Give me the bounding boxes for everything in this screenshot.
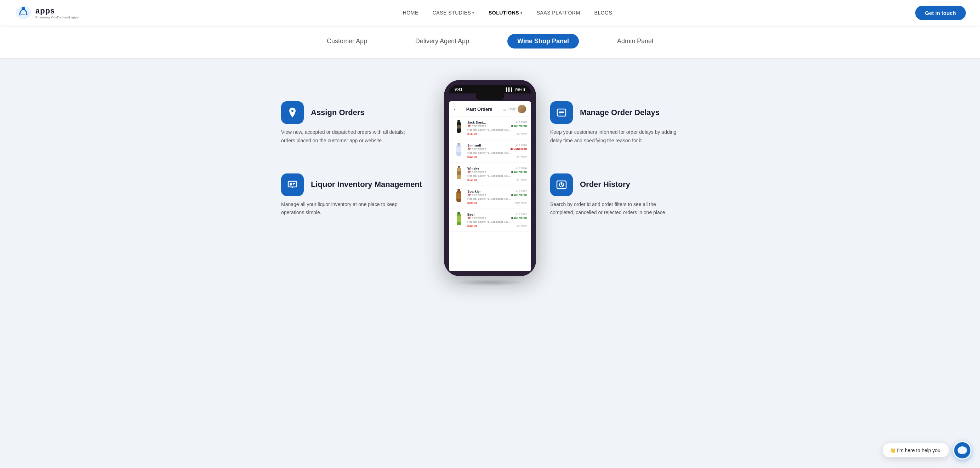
liquor-inventory-icon-box bbox=[281, 174, 304, 196]
svg-rect-10 bbox=[457, 125, 461, 129]
features-left: Assign Orders View new, accepted or disp… bbox=[281, 80, 430, 217]
phone-status-icons: ▌▌▌ WiFi ▮ bbox=[506, 88, 525, 91]
logo-name: apps bbox=[35, 6, 79, 16]
svg-rect-14 bbox=[458, 166, 460, 168]
tab-customer-app[interactable]: Customer App bbox=[317, 34, 377, 48]
screen-header: ‹ Past Orders ☰ Filter bbox=[449, 101, 531, 116]
status-dot bbox=[511, 194, 513, 196]
order-name: Whisky bbox=[467, 166, 479, 170]
order-status: Delivered bbox=[511, 170, 527, 174]
order-history-icon-box bbox=[550, 174, 573, 196]
calendar-icon: 📅 bbox=[467, 148, 471, 151]
order-details: Beer #L12347 📅 08/05/2023 bbox=[467, 212, 527, 228]
order-id: #L12346 bbox=[516, 167, 527, 170]
calendar-icon: 📅 bbox=[467, 125, 471, 128]
location-pin-icon bbox=[287, 107, 298, 118]
tab-delivery-agent-app[interactable]: Delivery Agent App bbox=[406, 34, 479, 48]
svg-rect-20 bbox=[457, 212, 460, 214]
phone-shadow bbox=[455, 279, 525, 286]
order-item: Whisky #L12346 📅 08/05/2023 bbox=[449, 162, 531, 186]
svg-rect-16 bbox=[457, 171, 461, 175]
order-image bbox=[453, 188, 465, 205]
order-pickup: Pick Up: Sector 75, Sahibzada Ajit ... bbox=[467, 220, 527, 223]
features-right: Manage Order Delays Keep your customers … bbox=[550, 80, 699, 217]
status-dot bbox=[511, 217, 513, 219]
dynamic-island bbox=[476, 92, 504, 100]
nav-saas-platform[interactable]: SAAS PLATFORM bbox=[537, 10, 580, 16]
wifi-icon: WiFi bbox=[515, 88, 522, 91]
back-arrow-icon[interactable]: ‹ bbox=[454, 106, 456, 112]
order-pickup: Pick Up: Sector 75, Sahibzada Ajit ... bbox=[467, 151, 527, 154]
order-item: Jack Dani... #L12345 📅 07/05/2023 bbox=[449, 116, 531, 140]
order-details: Smirnoff #L12349 📅 07/05/2023 bbox=[467, 143, 527, 159]
svg-rect-8 bbox=[457, 120, 460, 122]
feature-order-history: Order History Search by order id and ord… bbox=[550, 174, 699, 217]
clock-card-icon bbox=[556, 179, 567, 191]
order-list: Jack Dani... #L12345 📅 07/05/2023 bbox=[449, 116, 531, 231]
signal-icon: ▌▌▌ bbox=[506, 88, 513, 91]
order-history-desc: Search by order id and order filters to … bbox=[550, 201, 678, 217]
calendar-icon: 📅 bbox=[467, 216, 471, 220]
order-item: Beer #L12347 📅 08/05/2023 bbox=[449, 209, 531, 231]
order-name: Jack Dani... bbox=[467, 120, 486, 124]
order-price: $12.00 bbox=[467, 178, 477, 181]
status-dot bbox=[511, 171, 513, 173]
status-dot bbox=[511, 148, 513, 150]
order-id: #L12345 bbox=[516, 121, 527, 124]
nav-links: HOME CASE STUDIES ▾ SOLUTIONS ▾ SAAS PLA… bbox=[100, 10, 915, 16]
order-price: $20.00 bbox=[467, 201, 477, 205]
battery-icon: ▮ bbox=[523, 88, 525, 91]
order-date: 📅 08/05/2023 bbox=[467, 194, 486, 197]
liquor-inventory-desc: Manage all your liquor inventory at one … bbox=[281, 201, 409, 217]
phone-screen: ‹ Past Orders ☰ Filter bbox=[449, 101, 531, 271]
feature-liquor-inventory: Liquor Inventory Management Manage all y… bbox=[281, 174, 430, 217]
order-history-title: Order History bbox=[580, 180, 630, 189]
status-dot bbox=[511, 125, 513, 127]
user-avatar bbox=[518, 105, 526, 113]
order-details: Sparkler #L12347 📅 08/05/2023 bbox=[467, 189, 527, 205]
order-id: #L12347 bbox=[516, 213, 527, 216]
main-content: Customer App Delivery Agent App Wine Sho… bbox=[0, 25, 980, 307]
assign-orders-desc: View new, accepted or dispatched orders … bbox=[281, 128, 409, 145]
screen-title: Past Orders bbox=[466, 107, 493, 112]
nav-solutions[interactable]: SOLUTIONS ▾ bbox=[488, 10, 523, 16]
order-item: Sparkler #L12347 📅 08/05/2023 bbox=[449, 186, 531, 209]
tab-wine-shop-panel[interactable]: Wine Shop Panel bbox=[508, 34, 579, 48]
order-details: Whisky #L12346 📅 08/05/2023 bbox=[467, 166, 527, 181]
tab-bar: Customer App Delivery Agent App Wine Sho… bbox=[0, 25, 980, 59]
nav-blogs[interactable]: BLOGS bbox=[595, 10, 612, 16]
tab-admin-panel[interactable]: Admin Panel bbox=[607, 34, 663, 48]
list-check-icon bbox=[556, 107, 567, 118]
svg-rect-3 bbox=[290, 183, 292, 186]
order-image bbox=[453, 142, 465, 159]
logo[interactable]: apps Powering On-Demand apps bbox=[14, 5, 79, 21]
order-image bbox=[453, 166, 465, 182]
phone-mockup: 9:41 ▌▌▌ WiFi ▮ ‹ Past Orders ☰ bbox=[444, 80, 536, 276]
case-studies-chevron: ▾ bbox=[472, 11, 474, 15]
feature-manage-order-delays: Manage Order Delays Keep your customers … bbox=[550, 101, 699, 145]
order-per-item: $10/ Item bbox=[515, 201, 527, 205]
manage-order-delays-desc: Keep your customers informed for order d… bbox=[550, 128, 678, 145]
svg-rect-2 bbox=[288, 181, 297, 187]
manage-order-delays-title: Manage Order Delays bbox=[580, 108, 660, 117]
nav-case-studies[interactable]: CASE STUDIES ▾ bbox=[433, 10, 474, 16]
svg-point-1 bbox=[22, 7, 25, 10]
order-image bbox=[453, 211, 465, 228]
order-status: Cancelled bbox=[511, 147, 527, 150]
order-item: Smirnoff #L12349 📅 07/05/2023 bbox=[449, 140, 531, 162]
order-per-item: $4/ Item bbox=[517, 178, 527, 181]
manage-order-delays-icon-box bbox=[550, 101, 573, 124]
feature-assign-orders: Assign Orders View new, accepted or disp… bbox=[281, 101, 430, 145]
order-date: 📅 08/05/2023 bbox=[467, 216, 486, 220]
order-name: Sparkler bbox=[467, 189, 481, 193]
order-name: Beer bbox=[467, 212, 475, 216]
filter-button[interactable]: ☰ Filter bbox=[503, 107, 515, 111]
navbar: apps Powering On-Demand apps HOME CASE S… bbox=[0, 0, 980, 25]
nav-home[interactable]: HOME bbox=[403, 10, 418, 16]
order-price: $32.00 bbox=[467, 155, 477, 159]
get-in-touch-button[interactable]: Get in touch bbox=[915, 6, 966, 20]
order-per-item: $4/ Item bbox=[517, 155, 527, 159]
order-date: 📅 07/05/2023 bbox=[467, 148, 486, 151]
assign-orders-icon-box bbox=[281, 101, 304, 124]
order-status: Delivered bbox=[511, 124, 527, 127]
